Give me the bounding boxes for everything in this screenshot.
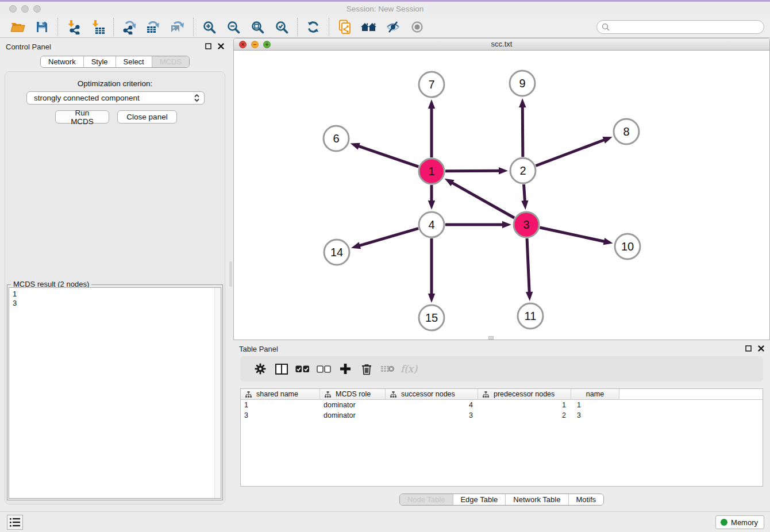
hide-selected-button[interactable] [381, 17, 405, 37]
graph-edge-1-7[interactable] [428, 99, 435, 157]
tab-network[interactable]: Network [41, 56, 84, 67]
export-table-button[interactable] [141, 17, 165, 37]
network-splitter-grip[interactable] [488, 336, 494, 340]
import-network-button[interactable] [61, 17, 86, 37]
tab-mcds[interactable]: MCDS [152, 56, 189, 67]
graph-edge-4-15[interactable] [428, 238, 435, 303]
tab-style[interactable]: Style [84, 56, 116, 67]
table-panel-title: Table Panel [239, 345, 278, 353]
graph-edge-3-11[interactable] [526, 238, 533, 301]
column-header-name[interactable]: name [571, 389, 619, 400]
export-image-button[interactable] [165, 17, 190, 37]
column-header-shared-name[interactable]: shared name [241, 389, 320, 400]
close-panel-button[interactable]: Close panel [117, 110, 177, 124]
table-cell-mcds-role[interactable]: dominator [320, 401, 386, 410]
mcds-result-scrollbar[interactable] [214, 288, 221, 498]
network-canvas[interactable]: 7968124314101511 [234, 51, 769, 340]
tab-motifs[interactable]: Motifs [568, 494, 603, 505]
import-table-button[interactable] [86, 17, 110, 37]
table-cell-successor-nodes[interactable]: 4 [386, 401, 478, 410]
graph-node-1[interactable]: 1 [419, 159, 444, 184]
run-mcds-button[interactable]: Run MCDS [55, 110, 109, 124]
table-cell-shared-name[interactable]: 1 [241, 401, 320, 410]
graph-node-2[interactable]: 2 [510, 158, 536, 183]
graph-node-9[interactable]: 9 [510, 71, 535, 96]
table-row[interactable]: 1dominator411 [241, 401, 763, 410]
graph-edge-1-2[interactable] [445, 167, 508, 174]
task-history-button[interactable] [7, 515, 23, 530]
control-panel: Control Panel NetworkStyleSelectMCDS Opt… [0, 38, 230, 511]
deselect-all-rows-button[interactable] [313, 358, 334, 379]
graph-node-4[interactable]: 4 [419, 212, 444, 237]
column-header-mcds-role[interactable]: MCDS role [320, 389, 386, 400]
graph-edge-3-1[interactable] [445, 179, 514, 218]
graph-node-10[interactable]: 10 [615, 234, 640, 259]
delete-column-button[interactable] [356, 358, 377, 379]
zoom-fit-button[interactable] [245, 17, 270, 37]
table-cell-name[interactable]: 3 [571, 411, 619, 421]
tab-node-table[interactable]: Node Table [400, 494, 453, 505]
zoom-out-button[interactable] [221, 17, 245, 37]
search-field[interactable] [596, 20, 764, 34]
table-cell-predecessor-nodes[interactable]: 1 [478, 401, 571, 410]
select-all-rows-button[interactable] [292, 358, 313, 379]
tab-select[interactable]: Select [116, 56, 152, 67]
mcds-result-line: 3 [13, 299, 217, 308]
refresh-icon [306, 20, 320, 34]
graph-node-8[interactable]: 8 [614, 119, 639, 144]
svg-text:1: 1 [428, 165, 434, 178]
graph-edge-2-9[interactable] [519, 98, 526, 157]
table-settings-button[interactable] [249, 358, 271, 379]
graph-node-11[interactable]: 11 [518, 303, 543, 329]
graph-node-3[interactable]: 3 [514, 212, 539, 237]
network-close-button[interactable]: × [239, 41, 247, 48]
table-cell-mcds-role[interactable]: dominator [320, 411, 386, 421]
graph-edge-4-14[interactable] [351, 229, 418, 249]
column-header-predecessor-nodes[interactable]: predecessor nodes [478, 389, 571, 400]
close-panel-icon[interactable] [758, 345, 764, 352]
table-row[interactable]: 3dominator323 [241, 411, 763, 421]
column-type-icon [245, 391, 252, 398]
function-builder-button[interactable]: f(x) [398, 358, 419, 379]
graph-node-6[interactable]: 6 [324, 126, 349, 151]
graph-node-15[interactable]: 15 [419, 305, 444, 330]
column-header-successor-nodes[interactable]: successor nodes [386, 389, 478, 400]
clone-network-button[interactable] [333, 17, 357, 37]
memory-button[interactable]: Memory [715, 515, 764, 529]
float-panel-icon[interactable] [205, 43, 211, 49]
panel-splitter-grip[interactable] [229, 261, 232, 287]
delete-table-button[interactable] [377, 358, 398, 379]
show-hidden-items-button[interactable] [405, 17, 429, 37]
show-all-networks-button[interactable] [357, 17, 381, 37]
table-cell-shared-name[interactable]: 3 [241, 411, 320, 421]
optimization-criterion-select[interactable]: strongly connected component [26, 91, 205, 105]
zoom-in-button[interactable] [197, 17, 221, 37]
refresh-layout-button[interactable] [301, 17, 325, 37]
graph-edge-4-3[interactable] [445, 221, 511, 228]
zoom-selected-button[interactable] [270, 17, 294, 37]
table-cell-predecessor-nodes[interactable]: 2 [478, 411, 571, 421]
graph-node-14[interactable]: 14 [324, 240, 349, 265]
export-network-button[interactable] [117, 17, 141, 37]
float-panel-icon[interactable] [745, 345, 752, 352]
table-cell-successor-nodes[interactable]: 3 [386, 411, 478, 421]
toolbar-separator [297, 18, 298, 36]
create-column-button[interactable] [334, 358, 356, 379]
search-input[interactable] [613, 22, 759, 31]
close-panel-icon[interactable] [218, 43, 224, 49]
save-session-button[interactable] [30, 17, 54, 37]
table-cell-name[interactable]: 1 [571, 401, 619, 410]
graph-edge-1-6[interactable] [351, 143, 419, 167]
mcds-result-text[interactable]: 13 [9, 287, 221, 499]
graph-edge-3-10[interactable] [540, 228, 613, 245]
graph-node-7[interactable]: 7 [419, 72, 444, 97]
tab-network-table[interactable]: Network Table [506, 494, 568, 505]
open-session-button[interactable] [6, 17, 30, 37]
column-layout-button[interactable] [271, 358, 292, 379]
tab-edge-table[interactable]: Edge Table [453, 494, 506, 505]
graph-edge-1-4[interactable] [428, 185, 435, 210]
network-zoom-button[interactable]: + [263, 41, 271, 48]
graph-edge-2-3[interactable] [521, 184, 528, 210]
network-minimize-button[interactable]: − [251, 41, 259, 48]
graph-edge-2-8[interactable] [536, 137, 612, 165]
